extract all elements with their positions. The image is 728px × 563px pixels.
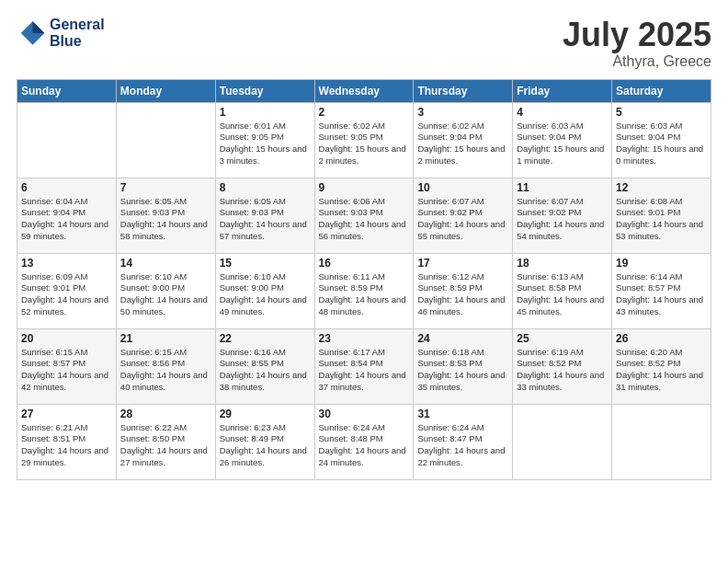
day-number: 18: [517, 257, 608, 270]
calendar-week-row: 27 Sunrise: 6:21 AMSunset: 8:51 PMDaylig…: [17, 404, 711, 479]
day-detail: Sunrise: 6:05 AMSunset: 9:03 PMDaylight:…: [220, 196, 311, 243]
header: General Blue July 2025 Athyra, Greece: [17, 17, 711, 70]
table-row: 4 Sunrise: 6:03 AMSunset: 9:04 PMDayligh…: [513, 102, 612, 178]
table-row: 27 Sunrise: 6:21 AMSunset: 8:51 PMDaylig…: [17, 404, 117, 479]
table-row: 11 Sunrise: 6:07 AMSunset: 9:02 PMDaylig…: [513, 178, 612, 253]
day-detail: Sunrise: 6:02 AMSunset: 9:04 PMDaylight:…: [417, 121, 508, 167]
day-detail: Sunrise: 6:24 AMSunset: 8:48 PMDaylight:…: [319, 422, 410, 469]
svg-marker-1: [33, 21, 45, 33]
page: General Blue July 2025 Athyra, Greece Su…: [0, 0, 728, 563]
day-detail: Sunrise: 6:19 AMSunset: 8:52 PMDaylight:…: [517, 347, 608, 394]
logo: General Blue: [17, 17, 105, 49]
table-row: 28 Sunrise: 6:22 AMSunset: 8:50 PMDaylig…: [116, 404, 215, 479]
day-detail: Sunrise: 6:12 AMSunset: 8:59 PMDaylight:…: [417, 271, 508, 318]
day-number: 12: [616, 181, 707, 194]
day-number: 8: [220, 181, 311, 194]
day-number: 25: [517, 332, 608, 345]
table-row: 16 Sunrise: 6:11 AMSunset: 8:59 PMDaylig…: [314, 253, 414, 328]
day-number: 28: [120, 408, 211, 420]
location-title: Athyra, Greece: [563, 53, 711, 70]
day-number: 1: [220, 106, 311, 119]
table-row: 26 Sunrise: 6:20 AMSunset: 8:52 PMDaylig…: [612, 328, 711, 404]
day-number: 14: [120, 257, 211, 270]
day-number: 6: [21, 181, 112, 194]
day-number: 21: [120, 332, 211, 345]
logo-line2: Blue: [50, 33, 82, 49]
day-detail: Sunrise: 6:20 AMSunset: 8:52 PMDaylight:…: [616, 347, 707, 394]
day-detail: Sunrise: 6:15 AMSunset: 8:56 PMDaylight:…: [120, 347, 211, 394]
table-row: 29 Sunrise: 6:23 AMSunset: 8:49 PMDaylig…: [215, 404, 314, 479]
col-wednesday: Wednesday: [314, 79, 414, 102]
day-number: 23: [319, 332, 410, 345]
day-detail: Sunrise: 6:11 AMSunset: 8:59 PMDaylight:…: [319, 271, 410, 318]
table-row: 12 Sunrise: 6:08 AMSunset: 9:01 PMDaylig…: [612, 178, 711, 253]
table-row: 9 Sunrise: 6:06 AMSunset: 9:03 PMDayligh…: [314, 178, 414, 253]
table-row: [116, 102, 215, 178]
day-number: 7: [120, 181, 211, 194]
logo-line1: General: [50, 17, 105, 32]
table-row: 23 Sunrise: 6:17 AMSunset: 8:54 PMDaylig…: [314, 328, 414, 404]
table-row: 30 Sunrise: 6:24 AMSunset: 8:48 PMDaylig…: [314, 404, 414, 479]
calendar-table: Sunday Monday Tuesday Wednesday Thursday…: [17, 79, 711, 480]
table-row: 25 Sunrise: 6:19 AMSunset: 8:52 PMDaylig…: [513, 328, 612, 404]
day-number: 9: [319, 181, 410, 194]
month-title: July 2025: [563, 17, 711, 53]
day-number: 17: [417, 257, 508, 270]
calendar-week-row: 13 Sunrise: 6:09 AMSunset: 9:01 PMDaylig…: [17, 253, 711, 328]
day-number: 11: [517, 181, 608, 194]
day-detail: Sunrise: 6:13 AMSunset: 8:58 PMDaylight:…: [517, 271, 608, 318]
table-row: 17 Sunrise: 6:12 AMSunset: 8:59 PMDaylig…: [414, 253, 513, 328]
table-row: 24 Sunrise: 6:18 AMSunset: 8:53 PMDaylig…: [414, 328, 513, 404]
day-number: 15: [220, 257, 311, 270]
table-row: 8 Sunrise: 6:05 AMSunset: 9:03 PMDayligh…: [215, 178, 314, 253]
day-detail: Sunrise: 6:01 AMSunset: 9:05 PMDaylight:…: [220, 121, 311, 167]
day-detail: Sunrise: 6:14 AMSunset: 8:57 PMDaylight:…: [616, 271, 707, 318]
day-number: 5: [616, 106, 707, 119]
table-row: 3 Sunrise: 6:02 AMSunset: 9:04 PMDayligh…: [414, 102, 513, 178]
day-number: 29: [220, 408, 311, 420]
calendar-header-row: Sunday Monday Tuesday Wednesday Thursday…: [17, 79, 711, 102]
table-row: 6 Sunrise: 6:04 AMSunset: 9:04 PMDayligh…: [17, 178, 117, 253]
table-row: 22 Sunrise: 6:16 AMSunset: 8:55 PMDaylig…: [215, 328, 314, 404]
col-sunday: Sunday: [17, 79, 117, 102]
day-detail: Sunrise: 6:03 AMSunset: 9:04 PMDaylight:…: [616, 121, 707, 167]
day-number: 30: [319, 408, 410, 420]
table-row: 31 Sunrise: 6:24 AMSunset: 8:47 PMDaylig…: [414, 404, 513, 479]
day-detail: Sunrise: 6:16 AMSunset: 8:55 PMDaylight:…: [220, 347, 311, 394]
day-detail: Sunrise: 6:24 AMSunset: 8:47 PMDaylight:…: [417, 422, 508, 469]
day-detail: Sunrise: 6:03 AMSunset: 9:04 PMDaylight:…: [517, 121, 608, 167]
logo-icon: [17, 18, 46, 48]
day-detail: Sunrise: 6:10 AMSunset: 9:00 PMDaylight:…: [220, 271, 311, 318]
col-thursday: Thursday: [414, 79, 513, 102]
day-detail: Sunrise: 6:21 AMSunset: 8:51 PMDaylight:…: [21, 422, 112, 469]
table-row: 19 Sunrise: 6:14 AMSunset: 8:57 PMDaylig…: [612, 253, 711, 328]
table-row: 2 Sunrise: 6:02 AMSunset: 9:05 PMDayligh…: [314, 102, 414, 178]
day-detail: Sunrise: 6:05 AMSunset: 9:03 PMDaylight:…: [120, 196, 211, 243]
col-friday: Friday: [513, 79, 612, 102]
day-number: 2: [319, 106, 410, 119]
day-number: 4: [517, 106, 608, 119]
table-row: 13 Sunrise: 6:09 AMSunset: 9:01 PMDaylig…: [17, 253, 117, 328]
day-number: 27: [21, 408, 112, 420]
day-detail: Sunrise: 6:23 AMSunset: 8:49 PMDaylight:…: [220, 422, 311, 469]
day-detail: Sunrise: 6:02 AMSunset: 9:05 PMDaylight:…: [319, 121, 410, 167]
day-detail: Sunrise: 6:04 AMSunset: 9:04 PMDaylight:…: [21, 196, 112, 243]
day-number: 13: [21, 257, 112, 270]
day-number: 3: [417, 106, 508, 119]
day-number: 16: [319, 257, 410, 270]
day-detail: Sunrise: 6:17 AMSunset: 8:54 PMDaylight:…: [319, 347, 410, 394]
day-detail: Sunrise: 6:22 AMSunset: 8:50 PMDaylight:…: [120, 422, 211, 469]
day-detail: Sunrise: 6:06 AMSunset: 9:03 PMDaylight:…: [319, 196, 410, 243]
day-detail: Sunrise: 6:07 AMSunset: 9:02 PMDaylight:…: [517, 196, 608, 243]
table-row: 21 Sunrise: 6:15 AMSunset: 8:56 PMDaylig…: [116, 328, 215, 404]
day-number: 20: [21, 332, 112, 345]
table-row: [17, 102, 117, 178]
calendar-week-row: 20 Sunrise: 6:15 AMSunset: 8:57 PMDaylig…: [17, 328, 711, 404]
day-detail: Sunrise: 6:15 AMSunset: 8:57 PMDaylight:…: [21, 347, 112, 394]
calendar-week-row: 1 Sunrise: 6:01 AMSunset: 9:05 PMDayligh…: [17, 102, 711, 178]
day-detail: Sunrise: 6:08 AMSunset: 9:01 PMDaylight:…: [616, 196, 707, 243]
table-row: 7 Sunrise: 6:05 AMSunset: 9:03 PMDayligh…: [116, 178, 215, 253]
table-row: 15 Sunrise: 6:10 AMSunset: 9:00 PMDaylig…: [215, 253, 314, 328]
day-number: 10: [417, 181, 508, 194]
day-number: 31: [417, 408, 508, 420]
